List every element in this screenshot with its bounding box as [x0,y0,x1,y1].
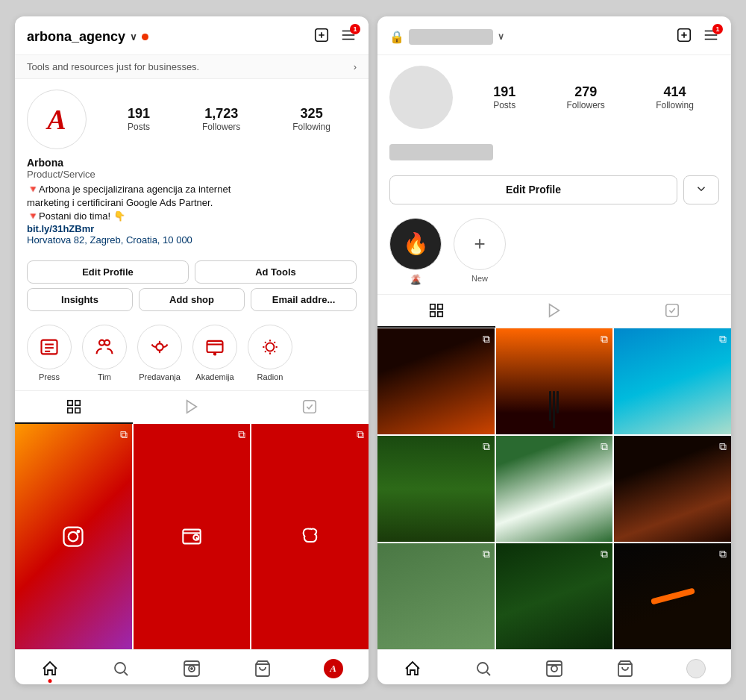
tab-grid-icon[interactable] [15,391,133,424]
tab-video-icon[interactable] [133,391,251,424]
right-edit-profile-button[interactable]: Edit Profile [389,175,677,204]
action-buttons-row2: Insights Add shop Email addre... [27,288,357,311]
left-profile-link[interactable]: bit.ly/31hZBmr [27,223,357,234]
right-posts-label: Posts [493,100,515,110]
right-avatar [389,66,453,129]
left-followers-count: 1,723 [202,106,240,122]
highlight-radion[interactable]: Radion [248,325,292,381]
right-post-2[interactable]: ⧉ [496,328,613,434]
right-post-3[interactable]: ⧉ [614,328,731,434]
menu-button[interactable]: 1 [340,27,357,47]
left-posts-stat: 191 Posts [128,106,150,132]
svg-rect-34 [64,527,83,546]
right-tabs-row [377,294,731,328]
right-dropdown-icon[interactable]: ∨ [498,31,504,42]
post-cell-2[interactable]: ⧉ [134,424,251,649]
svg-marker-32 [187,401,197,413]
right-nav-profile[interactable] [660,656,731,681]
svg-point-19 [266,343,275,351]
left-profile-info: Arbona Product/Service 🔻Arbona je specij… [27,157,357,246]
ad-tools-button[interactable]: Ad Tools [195,260,357,284]
right-tab-grid-icon[interactable] [377,295,495,328]
svg-rect-59 [666,304,679,316]
right-post-7[interactable]: ⧉ [377,543,495,649]
right-followers-count: 279 [566,84,604,100]
right-nav-shop[interactable] [589,656,660,681]
right-followers-stat[interactable]: 279 Followers [566,84,604,110]
svg-point-10 [99,340,104,346]
right-following-stat[interactable]: 414 Following [656,84,694,110]
svg-rect-62 [547,661,562,676]
nav-search[interactable] [86,656,157,681]
add-button[interactable] [313,27,330,47]
left-followers-stat[interactable]: 1,723 Followers [202,106,240,132]
right-arrow-button[interactable] [683,175,719,204]
left-following-count: 325 [292,106,330,122]
right-menu-button[interactable]: 1 [703,27,719,47]
nav-home[interactable] [15,656,86,681]
post-cell-3[interactable]: ⧉ [251,424,369,649]
right-post-5[interactable]: ⧉ [496,436,613,542]
right-edit-profile-row: Edit Profile [389,175,719,204]
right-post-9[interactable]: ⧉ [614,543,731,649]
left-top-bar: arbona_agency ∨ 1 [15,16,369,55]
right-following-label: Following [656,100,694,110]
right-tab-tagged-icon[interactable] [613,295,731,328]
tab-tagged-icon[interactable] [251,391,369,424]
edit-profile-button[interactable]: Edit Profile [27,260,189,284]
svg-marker-58 [550,304,560,316]
right-following-count: 414 [656,84,694,100]
left-posts-label: Posts [128,122,150,132]
svg-point-63 [551,666,557,672]
right-highlight-new[interactable]: + New [454,218,506,285]
svg-point-41 [115,663,125,673]
right-nav-reels[interactable] [519,656,590,681]
post-cell-1[interactable]: ⧉ [15,424,132,649]
right-top-bar: 🔒 ████████ ∨ 1 [377,16,731,55]
right-profile-section: 191 Posts 279 Followers 414 Following ██… [377,55,731,168]
highlight-tim[interactable]: Tim [82,325,127,381]
right-add-button[interactable] [676,27,692,47]
promo-bar[interactable]: Tools and resources just for businesses.… [15,55,369,79]
right-nav-search[interactable] [448,656,519,681]
right-followers-label: Followers [566,100,604,110]
nav-reels[interactable] [157,656,228,681]
left-avatar: A [27,90,87,149]
right-bottom-nav [377,649,731,684]
right-post-4[interactable]: ⧉ [377,436,495,542]
email-button[interactable]: Email addre... [251,288,357,311]
highlight-predavanja[interactable]: Predavanja [137,325,182,381]
svg-point-36 [78,531,80,533]
nav-profile[interactable]: A [298,656,369,681]
highlight-press[interactable]: Press [27,325,72,381]
svg-rect-55 [438,304,442,308]
svg-rect-29 [75,401,80,405]
right-privacy-icon: 🔒 [389,30,404,44]
svg-rect-15 [207,341,223,352]
svg-line-27 [265,351,266,352]
right-post-6[interactable]: ⧉ [614,436,731,542]
right-tab-video-icon[interactable] [495,295,613,328]
right-highlight-fire[interactable]: 🔥 🌋 [389,218,442,285]
left-following-stat[interactable]: 325 Following [292,106,330,132]
svg-point-60 [477,663,488,673]
svg-point-12 [156,343,163,350]
promo-arrow-icon[interactable]: › [354,61,357,72]
right-posts-stat: 191 Posts [493,84,515,110]
left-highlights-row: Press Tim Predavanja Akademija [15,319,369,390]
left-username-area[interactable]: arbona_agency ∨ [27,29,148,45]
dropdown-chevron-icon[interactable]: ∨ [130,31,137,43]
right-post-8[interactable]: ⧉ [496,543,613,649]
svg-point-45 [191,668,192,669]
nav-shop[interactable] [227,656,298,681]
left-profile-section: A 191 Posts 1,723 Followers 325 Followin… [15,79,369,254]
highlight-akademija[interactable]: Akademija [192,325,237,381]
right-post-1[interactable]: ⧉ [377,328,495,434]
home-nav-dot [48,679,52,683]
insights-button[interactable]: Insights [27,288,133,311]
right-nav-home[interactable] [377,656,448,681]
add-shop-button[interactable]: Add shop [139,288,245,311]
live-dot-icon [142,34,148,40]
svg-line-25 [274,351,275,352]
right-highlights-row: 🔥 🌋 + New [377,212,731,294]
